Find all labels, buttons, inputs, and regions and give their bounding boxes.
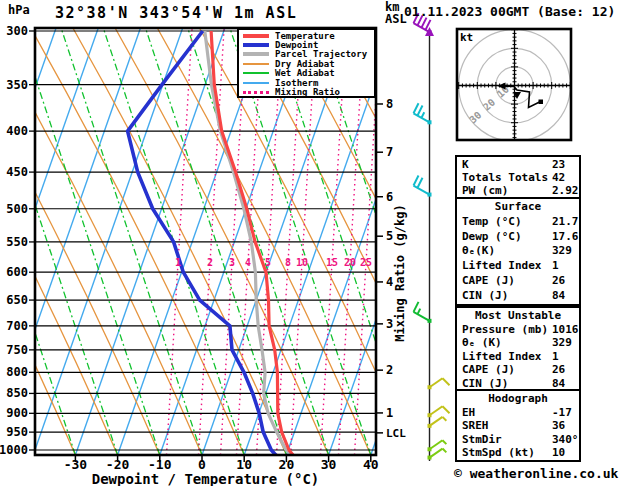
hodograph-ring-label: 20 xyxy=(481,96,497,112)
stat-row: CAPE (J)26 xyxy=(457,363,579,377)
temperature-axis-title: Dewpoint / Temperature (°C) xyxy=(35,471,376,486)
hodograph-stats-panel: Hodograph EH-17 SREH36 StmDir340° StmSpd… xyxy=(455,389,581,462)
stat-row: Temp (°C)21.7 xyxy=(457,215,579,230)
legend-swatch-parcel-trajectory xyxy=(243,52,269,56)
legend-item: Mixing Ratio xyxy=(243,87,374,96)
legend-swatch-dry-adiabat xyxy=(243,63,269,65)
stat-row: CIN (J)84 xyxy=(457,289,579,304)
legend-item: Dry Adiabat xyxy=(243,59,374,68)
legend-swatch-temperature xyxy=(243,34,269,38)
hodograph: 102030 xyxy=(458,30,570,142)
legend-swatch-dewpoint xyxy=(243,43,269,47)
pressure-tick-label: 400 xyxy=(6,124,28,138)
stat-row: Totals Totals42 xyxy=(457,171,579,184)
stat-row: Lifted Index1 xyxy=(457,350,579,364)
pressure-tick-label: 300 xyxy=(6,24,28,38)
stat-row: Dewp (°C)17.6 xyxy=(457,230,579,245)
mixing-ratio-value-label: 8 xyxy=(285,257,291,268)
stat-row: StmSpd (kt)10 xyxy=(457,446,579,460)
altitude-tick-label: 8 xyxy=(386,97,393,111)
mixing-ratio-axis-label: Mixing Ratio (g/kg) xyxy=(393,193,407,353)
stat-row: EH-17 xyxy=(457,406,579,420)
skewt-sounding-page: 3003504004505005506006507007508008509009… xyxy=(0,0,629,486)
temp-tick-label: -30 xyxy=(64,457,88,472)
mixing-ratio-value-label: 2 xyxy=(207,257,213,268)
legend-item: Isotherm xyxy=(243,78,374,87)
pressure-tick-label: 350 xyxy=(6,78,28,92)
stat-row: CAPE (J)26 xyxy=(457,274,579,289)
stat-row: K23 xyxy=(457,158,579,171)
legend-swatch-mixing-ratio xyxy=(243,91,269,94)
legend-swatch-isotherm xyxy=(243,82,269,84)
pressure-tick-label: 600 xyxy=(6,265,28,279)
temp-tick-label: 40 xyxy=(363,457,379,472)
temp-tick-label: 0 xyxy=(198,457,206,472)
pressure-tick-label: 1000 xyxy=(0,443,28,457)
altitude-tick-label: 7 xyxy=(386,145,393,159)
pressure-tick-label: 500 xyxy=(6,202,28,216)
mixing-ratio-value-label: 4 xyxy=(245,257,251,268)
stat-row: θₑ (K)329 xyxy=(457,336,579,350)
legend-item: Parcel Trajectory xyxy=(243,50,374,59)
altitude-tick-label: 2 xyxy=(386,363,393,377)
stat-row: PW (cm)2.92 xyxy=(457,184,579,197)
panel-title: Surface xyxy=(457,200,579,215)
mixing-ratio-value-label: 10 xyxy=(296,257,308,268)
temp-tick-label: 10 xyxy=(236,457,252,472)
hodograph-ring-label: 30 xyxy=(467,109,483,125)
pressure-tick-label: 550 xyxy=(6,235,28,249)
legend: TemperatureDewpointParcel TrajectoryDry … xyxy=(237,28,376,98)
pressure-tick-label: 450 xyxy=(6,165,28,179)
altitude-tick-label: 1 xyxy=(386,406,393,420)
surface-panel: Surface Temp (°C)21.7 Dewp (°C)17.6 θₑ(K… xyxy=(455,197,581,306)
wind-barb-column xyxy=(414,13,450,461)
mixing-ratio-value-label: 3 xyxy=(229,257,235,268)
legend-item: Wet Adiabat xyxy=(243,69,374,78)
pressure-tick-label: 850 xyxy=(6,386,28,400)
altitude-tick-label: LCL xyxy=(386,427,406,440)
stat-row: StmDir340° xyxy=(457,433,579,447)
mixing-ratio-value-label: 1 xyxy=(175,257,181,268)
pressure-tick-label: 750 xyxy=(6,343,28,357)
pressure-tick-label: 700 xyxy=(6,319,28,333)
mixing-ratio-value-label: 25 xyxy=(360,257,372,268)
pressure-unit-label: hPa xyxy=(8,3,30,17)
copyright-label: © weatheronline.co.uk xyxy=(454,466,618,481)
stat-row: Pressure (mb)1016 xyxy=(457,323,579,337)
mixing-ratio-value-label: 5 xyxy=(265,257,271,268)
temp-tick-label: 20 xyxy=(279,457,295,472)
mixing-ratio-value-label: 15 xyxy=(326,257,338,268)
pressure-tick-label: 900 xyxy=(6,406,28,420)
pressure-tick-label: 800 xyxy=(6,365,28,379)
indices-panel: K23 Totals Totals42 PW (cm)2.92 xyxy=(455,155,581,199)
legend-item: Dewpoint xyxy=(243,40,374,49)
temp-tick-label: -10 xyxy=(148,457,172,472)
pressure-tick-label: 650 xyxy=(6,293,28,307)
pressure-tick-label: 950 xyxy=(6,425,28,439)
temp-tick-label: -20 xyxy=(106,457,130,472)
panel-title: Hodograph xyxy=(457,392,579,406)
stat-row: Lifted Index1 xyxy=(457,259,579,274)
legend-swatch-wet-adiabat xyxy=(243,72,269,74)
datetime-label: 01.11.2023 00GMT (Base: 12) xyxy=(404,4,615,19)
legend-label: Mixing Ratio xyxy=(275,87,340,97)
temp-tick-label: 30 xyxy=(321,457,337,472)
mixing-ratio-value-label: 20 xyxy=(344,257,356,268)
altitude-unit-label: km ASL xyxy=(385,1,407,25)
station-title: 32°38'N 343°54'W 1m ASL xyxy=(55,4,297,22)
legend-item: Temperature xyxy=(243,31,374,40)
most-unstable-panel: Most Unstable Pressure (mb)1016 θₑ (K)32… xyxy=(455,306,581,393)
stat-row: SREH36 xyxy=(457,419,579,433)
panel-title: Most Unstable xyxy=(457,309,579,323)
hodograph-unit-label: kt xyxy=(460,31,473,44)
stat-row: θₑ(K)329 xyxy=(457,244,579,259)
